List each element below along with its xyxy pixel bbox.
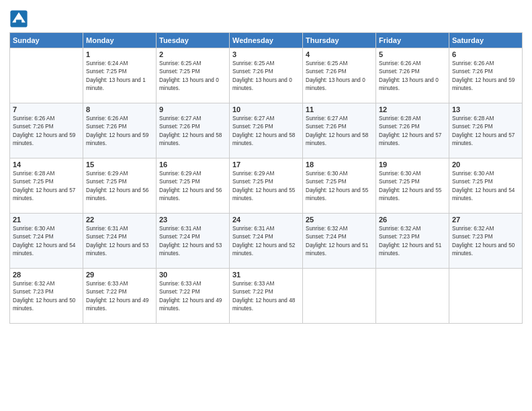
page: SundayMondayTuesdayWednesdayThursdayFrid… <box>0 0 532 411</box>
header-cell-thursday: Thursday <box>303 33 376 48</box>
day-number: 15 <box>86 161 153 169</box>
day-cell: 16Sunrise: 6:29 AMSunset: 7:25 PMDayligh… <box>157 158 230 214</box>
day-info: Sunrise: 6:33 AMSunset: 7:22 PMDaylight:… <box>159 280 226 313</box>
day-number: 27 <box>452 216 519 224</box>
day-info: Sunrise: 6:25 AMSunset: 7:26 PMDaylight:… <box>232 60 300 93</box>
day-cell: 24Sunrise: 6:31 AMSunset: 7:24 PMDayligh… <box>230 214 303 269</box>
day-number: 16 <box>159 161 226 169</box>
day-info: Sunrise: 6:28 AMSunset: 7:26 PMDaylight:… <box>452 115 519 148</box>
day-cell: 23Sunrise: 6:31 AMSunset: 7:24 PMDayligh… <box>157 214 230 269</box>
day-info: Sunrise: 6:33 AMSunset: 7:22 PMDaylight:… <box>232 280 300 313</box>
day-number: 22 <box>86 216 153 224</box>
day-info: Sunrise: 6:27 AMSunset: 7:26 PMDaylight:… <box>306 115 373 148</box>
week-row-2: 14Sunrise: 6:28 AMSunset: 7:25 PMDayligh… <box>10 158 523 214</box>
day-info: Sunrise: 6:28 AMSunset: 7:25 PMDaylight:… <box>13 170 80 203</box>
day-number: 4 <box>306 50 373 58</box>
day-number: 24 <box>232 216 300 224</box>
day-number: 19 <box>379 161 446 169</box>
header-row: SundayMondayTuesdayWednesdayThursdayFrid… <box>10 33 523 48</box>
svg-rect-2 <box>16 19 21 24</box>
day-number: 26 <box>379 216 446 224</box>
day-info: Sunrise: 6:31 AMSunset: 7:24 PMDaylight:… <box>86 225 153 258</box>
day-number: 30 <box>159 271 226 279</box>
day-number: 31 <box>232 271 300 279</box>
logo-icon <box>9 9 28 28</box>
day-number: 23 <box>159 216 226 224</box>
day-cell: 25Sunrise: 6:32 AMSunset: 7:24 PMDayligh… <box>303 214 376 269</box>
header-cell-saturday: Saturday <box>449 33 523 48</box>
day-info: Sunrise: 6:31 AMSunset: 7:24 PMDaylight:… <box>159 225 226 258</box>
day-cell: 14Sunrise: 6:28 AMSunset: 7:25 PMDayligh… <box>10 158 83 214</box>
day-info: Sunrise: 6:25 AMSunset: 7:25 PMDaylight:… <box>159 60 226 93</box>
day-number: 8 <box>86 105 153 113</box>
day-info: Sunrise: 6:26 AMSunset: 7:26 PMDaylight:… <box>379 60 446 93</box>
day-info: Sunrise: 6:32 AMSunset: 7:23 PMDaylight:… <box>13 280 80 313</box>
day-cell: 2Sunrise: 6:25 AMSunset: 7:25 PMDaylight… <box>157 48 230 103</box>
day-number: 11 <box>306 105 373 113</box>
week-row-0: 1Sunrise: 6:24 AMSunset: 7:25 PMDaylight… <box>10 48 523 103</box>
day-cell: 11Sunrise: 6:27 AMSunset: 7:26 PMDayligh… <box>303 103 376 158</box>
day-cell: 13Sunrise: 6:28 AMSunset: 7:26 PMDayligh… <box>449 103 523 158</box>
day-cell <box>303 269 376 324</box>
day-info: Sunrise: 6:31 AMSunset: 7:24 PMDaylight:… <box>232 225 300 258</box>
calendar-body: 1Sunrise: 6:24 AMSunset: 7:25 PMDaylight… <box>10 48 523 324</box>
week-row-3: 21Sunrise: 6:30 AMSunset: 7:24 PMDayligh… <box>10 214 523 269</box>
day-info: Sunrise: 6:32 AMSunset: 7:23 PMDaylight:… <box>379 225 446 258</box>
day-number: 12 <box>379 105 446 113</box>
day-cell: 29Sunrise: 6:33 AMSunset: 7:22 PMDayligh… <box>83 269 157 324</box>
day-cell: 12Sunrise: 6:28 AMSunset: 7:26 PMDayligh… <box>376 103 449 158</box>
day-cell <box>449 269 523 324</box>
day-info: Sunrise: 6:32 AMSunset: 7:23 PMDaylight:… <box>452 225 519 258</box>
day-cell: 1Sunrise: 6:24 AMSunset: 7:25 PMDaylight… <box>83 48 157 103</box>
calendar-table: SundayMondayTuesdayWednesdayThursdayFrid… <box>9 32 523 324</box>
day-number: 21 <box>13 216 80 224</box>
day-cell: 30Sunrise: 6:33 AMSunset: 7:22 PMDayligh… <box>157 269 230 324</box>
day-number: 5 <box>379 50 446 58</box>
week-row-4: 28Sunrise: 6:32 AMSunset: 7:23 PMDayligh… <box>10 269 523 324</box>
day-number: 2 <box>159 50 226 58</box>
logo <box>9 9 30 28</box>
day-cell: 5Sunrise: 6:26 AMSunset: 7:26 PMDaylight… <box>376 48 449 103</box>
day-info: Sunrise: 6:26 AMSunset: 7:26 PMDaylight:… <box>13 115 80 148</box>
header <box>9 7 523 28</box>
day-info: Sunrise: 6:33 AMSunset: 7:22 PMDaylight:… <box>86 280 153 313</box>
day-number: 29 <box>86 271 153 279</box>
day-number: 17 <box>232 161 300 169</box>
day-number: 18 <box>306 161 373 169</box>
day-info: Sunrise: 6:30 AMSunset: 7:25 PMDaylight:… <box>379 170 446 203</box>
day-cell: 6Sunrise: 6:26 AMSunset: 7:26 PMDaylight… <box>449 48 523 103</box>
day-info: Sunrise: 6:29 AMSunset: 7:25 PMDaylight:… <box>86 170 153 203</box>
day-number: 7 <box>13 105 80 113</box>
day-info: Sunrise: 6:27 AMSunset: 7:26 PMDaylight:… <box>232 115 300 148</box>
day-cell: 8Sunrise: 6:26 AMSunset: 7:26 PMDaylight… <box>83 103 157 158</box>
day-cell: 4Sunrise: 6:25 AMSunset: 7:26 PMDaylight… <box>303 48 376 103</box>
week-row-1: 7Sunrise: 6:26 AMSunset: 7:26 PMDaylight… <box>10 103 523 158</box>
day-number: 3 <box>232 50 300 58</box>
header-cell-tuesday: Tuesday <box>157 33 230 48</box>
day-number: 1 <box>86 50 153 58</box>
day-cell: 19Sunrise: 6:30 AMSunset: 7:25 PMDayligh… <box>376 158 449 214</box>
day-cell: 17Sunrise: 6:29 AMSunset: 7:25 PMDayligh… <box>230 158 303 214</box>
day-number: 14 <box>13 161 80 169</box>
calendar-header: SundayMondayTuesdayWednesdayThursdayFrid… <box>10 33 523 48</box>
day-cell: 18Sunrise: 6:30 AMSunset: 7:25 PMDayligh… <box>303 158 376 214</box>
day-info: Sunrise: 6:29 AMSunset: 7:25 PMDaylight:… <box>232 170 300 203</box>
day-cell: 27Sunrise: 6:32 AMSunset: 7:23 PMDayligh… <box>449 214 523 269</box>
day-cell: 28Sunrise: 6:32 AMSunset: 7:23 PMDayligh… <box>10 269 83 324</box>
day-number: 13 <box>452 105 519 113</box>
day-info: Sunrise: 6:30 AMSunset: 7:24 PMDaylight:… <box>13 225 80 258</box>
day-info: Sunrise: 6:27 AMSunset: 7:26 PMDaylight:… <box>159 115 226 148</box>
day-info: Sunrise: 6:30 AMSunset: 7:25 PMDaylight:… <box>306 170 373 203</box>
day-cell: 9Sunrise: 6:27 AMSunset: 7:26 PMDaylight… <box>157 103 230 158</box>
header-cell-wednesday: Wednesday <box>230 33 303 48</box>
day-number: 6 <box>452 50 519 58</box>
day-cell: 26Sunrise: 6:32 AMSunset: 7:23 PMDayligh… <box>376 214 449 269</box>
day-number: 25 <box>306 216 373 224</box>
day-cell <box>376 269 449 324</box>
day-info: Sunrise: 6:25 AMSunset: 7:26 PMDaylight:… <box>306 60 373 93</box>
day-number: 9 <box>159 105 226 113</box>
day-number: 10 <box>232 105 300 113</box>
day-info: Sunrise: 6:29 AMSunset: 7:25 PMDaylight:… <box>159 170 226 203</box>
day-number: 28 <box>13 271 80 279</box>
day-cell: 15Sunrise: 6:29 AMSunset: 7:25 PMDayligh… <box>83 158 157 214</box>
